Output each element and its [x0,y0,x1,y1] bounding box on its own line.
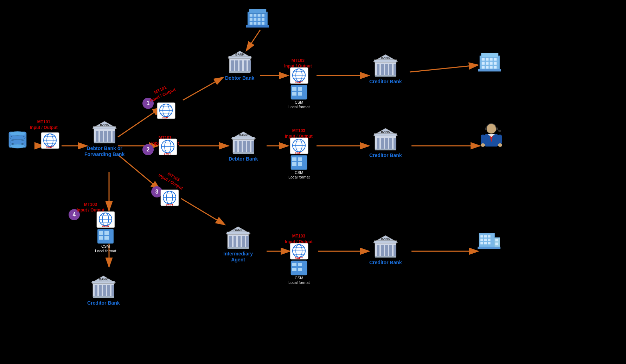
svg-text:SWIFT: SWIFT [295,151,303,154]
swift-left-node: SWIFT [40,132,60,149]
csm-4-label: CSMLocal format [95,244,116,253]
svg-rect-127 [486,58,488,60]
mt101-left-label: MT101Input / Output [30,119,58,130]
svg-rect-140 [235,141,237,153]
svg-rect-156 [292,157,296,161]
creditor-bank-top-node: BANK Creditor Bank [369,53,402,85]
svg-rect-112 [298,92,302,96]
svg-line-8 [181,199,225,225]
svg-text:SWIFT: SWIFT [164,152,172,155]
svg-line-4 [183,77,223,100]
svg-rect-158 [292,162,296,166]
svg-rect-52 [104,131,107,142]
svg-rect-88 [104,231,109,235]
intermediary-agent-label: IntermediaryAgent [223,251,253,263]
creditor-bank-mid-node: BANK Creditor Bank [369,126,402,158]
svg-rect-118 [389,64,392,76]
debtor-bank-mid-label: Debtor Bank [229,156,258,162]
csm-mid-label: CSMLocal format [288,170,310,180]
creditor-bank-bot-node: BANK Creditor Bank [369,234,402,266]
svg-rect-178 [485,128,487,130]
building-bot-right-node [478,227,500,251]
svg-rect-57 [94,142,115,143]
svg-rect-144 [251,141,254,153]
svg-rect-33 [254,22,256,25]
svg-rect-26 [258,14,261,17]
swift-csm-4-node: SWIFT CSMLocal format [95,211,116,253]
svg-rect-35 [262,22,264,25]
intermediary-agent-node: BANK IntermediaryAgent [223,225,253,263]
building-top-right-node [478,49,501,74]
creditor-bank-mid-icon: BANK [371,126,400,151]
person-right-node [480,123,503,149]
svg-point-176 [481,143,485,147]
swift-2-node: SWIFT [158,138,178,156]
swift-1-node: SWIFT [156,102,176,119]
svg-point-37 [10,131,25,136]
svg-rect-187 [242,236,245,248]
building-top-center-icon [246,5,269,30]
svg-text:SWIFT: SWIFT [295,257,303,259]
svg-rect-141 [239,141,242,153]
svg-rect-110 [298,87,302,91]
swift-left-icon: SWIFT [40,132,60,149]
svg-rect-167 [374,134,397,136]
svg-rect-216 [478,247,500,249]
swift-3-icon: SWIFT [160,189,179,207]
creditor-bank-4-label: Creditor Bank [87,300,120,306]
building-bot-right-icon [478,227,500,251]
building-top-right-icon [478,49,501,74]
svg-rect-134 [482,66,485,69]
svg-rect-220 [480,239,483,241]
svg-rect-189 [227,232,249,234]
svg-rect-98 [229,56,251,59]
csm-4-icon [97,228,114,244]
swift-1-icon: SWIFT [156,102,176,119]
svg-rect-200 [292,263,296,266]
mt103-3-label: MT103Input / Output [157,168,187,191]
svg-rect-34 [258,22,261,25]
svg-rect-222 [488,239,490,241]
svg-rect-226 [495,239,498,241]
svg-rect-169 [375,149,396,150]
svg-text:BANK: BANK [381,237,390,241]
db-left-node [7,130,28,149]
csm-bot-icon [290,260,308,276]
svg-rect-201 [298,263,302,266]
svg-rect-185 [234,236,236,248]
svg-text:BANK: BANK [235,53,244,56]
debtor-bank-mid-node: BANK Debtor Bank [229,130,258,162]
diagram-container: SWIFT MT101Input / Output BANK Debtor Ba… [0,0,626,364]
svg-text:BANK: BANK [239,134,248,137]
svg-rect-184 [229,236,232,248]
csm-top-icon [290,84,308,100]
swift-3-node: SWIFT [160,189,179,207]
svg-rect-23 [246,25,269,28]
svg-rect-133 [494,62,497,65]
csm-bot-label: CSMLocal format [288,276,310,285]
svg-point-177 [498,143,502,147]
svg-rect-115 [377,64,379,76]
db-left-icon [7,130,28,149]
swift-2-icon: SWIFT [158,138,178,156]
svg-rect-223 [480,242,483,245]
svg-rect-97 [248,60,251,72]
svg-rect-32 [250,22,253,25]
svg-rect-31 [262,18,264,21]
swift-csm-mid-node: SWIFT CSMLocal format [288,137,310,180]
svg-rect-224 [484,242,487,245]
svg-point-38 [10,136,25,140]
svg-text:BANK: BANK [381,130,390,134]
svg-rect-225 [488,242,490,245]
svg-rect-162 [377,138,379,149]
swift-csm-top-node: SWIFT CSMLocal format [288,67,310,109]
svg-rect-181 [498,130,501,132]
mt101-1-label: MT101Input / Output [147,82,176,104]
svg-rect-124 [481,53,498,57]
svg-rect-219 [488,235,490,238]
svg-line-7 [118,155,160,190]
svg-line-11 [410,65,478,72]
svg-rect-28 [250,18,253,21]
swift-csm-bot-node: SWIFT CSMLocal format [288,242,310,285]
svg-rect-132 [490,62,493,65]
